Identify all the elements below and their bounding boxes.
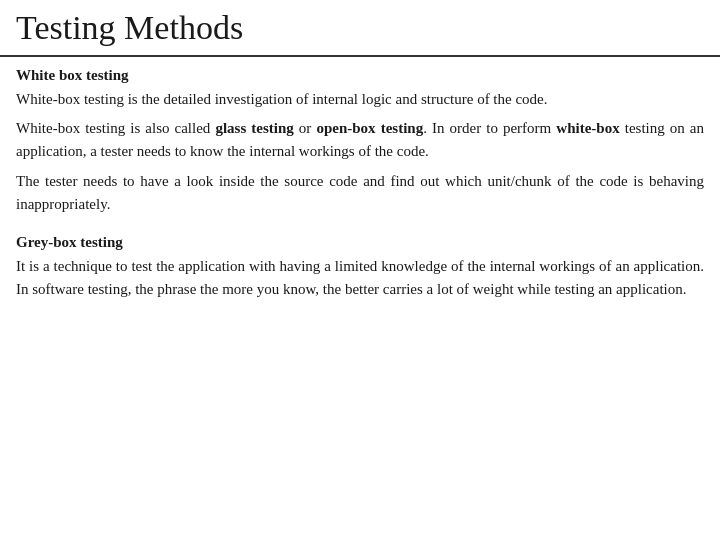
wb-p2-or: or (294, 120, 317, 136)
white-box-paragraph-3: The tester needs to have a look inside t… (16, 170, 704, 217)
grey-box-paragraph-1: It is a technique to test the applicatio… (16, 255, 704, 302)
white-box-section: White box testing White-box testing is t… (16, 67, 704, 216)
page-title: Testing Methods (16, 8, 704, 49)
grey-box-section: Grey-box testing It is a technique to te… (16, 234, 704, 302)
wb-p2-part2: . In order to perform (423, 120, 556, 136)
page-container: Testing Methods White box testing White-… (0, 0, 720, 540)
wb-p2-open-box-testing: open-box testing (316, 120, 423, 136)
white-box-paragraph-2: White-box testing is also called glass t… (16, 117, 704, 164)
content-section: White box testing White-box testing is t… (0, 57, 720, 318)
wb-p2-part1: White-box testing is also called (16, 120, 215, 136)
white-box-paragraph-1: White-box testing is the detailed invest… (16, 88, 704, 111)
title-section: Testing Methods (0, 0, 720, 57)
wb-p2-white-box: white-box (556, 120, 619, 136)
wb-p1-text: White-box testing is the detailed invest… (16, 91, 548, 107)
wb-p2-glass-testing: glass testing (215, 120, 293, 136)
grey-box-heading: Grey-box testing (16, 234, 704, 251)
white-box-heading: White box testing (16, 67, 704, 84)
